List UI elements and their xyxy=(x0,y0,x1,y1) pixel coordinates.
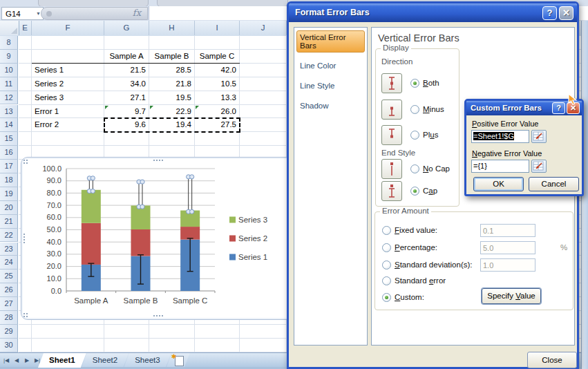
dialog-title-bar[interactable]: Format Error Bars ? ✕ xyxy=(289,3,577,22)
negative-error-value-input[interactable]: ={1} xyxy=(471,160,529,173)
collapse-range-icon[interactable] xyxy=(531,160,547,173)
sheet-tab-sheet3[interactable]: Sheet3 xyxy=(124,353,171,368)
row-header-26[interactable]: 26 xyxy=(0,283,18,297)
sheet-tab-sheet1[interactable]: Sheet1 xyxy=(38,353,86,368)
cell-F12[interactable]: Series 3 xyxy=(32,91,103,105)
name-box-dropdown-icon[interactable]: ▼ xyxy=(36,11,41,16)
row-header-15[interactable]: 15 xyxy=(0,132,18,146)
custom-radio[interactable] xyxy=(382,293,391,302)
row-header-12[interactable]: 12 xyxy=(0,91,18,105)
standard-deviation-label[interactable]: Standard deviation(s): xyxy=(395,261,473,269)
end-style-no-cap-radio[interactable] xyxy=(410,164,419,173)
positive-error-value-input[interactable]: =Sheet1!$G xyxy=(471,130,529,143)
column-header-I[interactable]: I xyxy=(195,21,240,35)
fixed-value-label[interactable]: Fixed value: xyxy=(395,226,437,234)
row-header-25[interactable]: 25 xyxy=(0,269,18,283)
row-header-16[interactable]: 16 xyxy=(0,146,18,160)
row-header-21[interactable]: 21 xyxy=(0,215,18,229)
error-bar-both-icon[interactable] xyxy=(381,73,402,93)
close-icon[interactable]: ✕ xyxy=(559,6,573,20)
column-header-G[interactable]: G xyxy=(104,21,149,35)
row-header-11[interactable]: 11 xyxy=(0,77,18,91)
legend-key-series-3[interactable] xyxy=(229,217,236,223)
cell-I10[interactable]: 42.0 xyxy=(196,64,238,77)
row-header-10[interactable]: 10 xyxy=(0,64,18,77)
help-button[interactable]: ? xyxy=(552,102,565,114)
selected-range-marquee[interactable] xyxy=(104,117,240,133)
error-bar-no-cap-icon[interactable] xyxy=(381,159,402,179)
cell-G11[interactable]: 34.0 xyxy=(105,77,148,91)
nav-item-shadow[interactable]: Shadow xyxy=(296,99,365,113)
chart-object[interactable]: 0.010.020.030.040.050.060.070.080.090.01… xyxy=(21,157,295,320)
row-header-24[interactable]: 24 xyxy=(0,256,18,269)
ok-button[interactable]: OK xyxy=(473,177,524,191)
row-header-28[interactable]: 28 xyxy=(0,311,18,325)
chart-selection-handle[interactable] xyxy=(23,233,26,244)
bar-segment-series-2[interactable] xyxy=(131,229,151,256)
cell-I9[interactable]: Sample C xyxy=(196,50,238,64)
cell-H12[interactable]: 19.5 xyxy=(150,91,193,105)
row-header-29[interactable]: 29 xyxy=(0,325,18,339)
cell-G9[interactable]: Sample A xyxy=(105,50,148,64)
chart-selection-handle[interactable] xyxy=(23,312,28,318)
nav-item-line-color[interactable]: Line Color xyxy=(296,59,365,73)
error-bar-selection-handle[interactable] xyxy=(140,205,144,209)
standard-error-radio[interactable] xyxy=(382,276,391,285)
percentage-radio[interactable] xyxy=(382,243,391,252)
cell-H11[interactable]: 21.8 xyxy=(150,77,193,91)
cell-F11[interactable]: Series 2 xyxy=(32,77,103,91)
row-header-9[interactable]: 9 xyxy=(0,50,18,64)
help-button[interactable]: ? xyxy=(542,6,557,20)
tab-nav-prev-icon[interactable]: ◀ xyxy=(12,355,21,363)
row-header-8[interactable]: 8 xyxy=(0,36,18,50)
cell-G13[interactable]: 9.7 xyxy=(105,105,148,119)
row-header-23[interactable]: 23 xyxy=(0,243,18,256)
row-header-14[interactable]: 14 xyxy=(0,118,18,132)
column-header-F[interactable]: F xyxy=(32,21,104,35)
error-bar-selection-handle[interactable] xyxy=(140,180,144,184)
name-box[interactable]: G14 ▼ xyxy=(1,7,44,20)
cell-F13[interactable]: Error 1 xyxy=(32,105,103,119)
custom-label[interactable]: Custom: xyxy=(395,293,424,301)
row-header-13[interactable]: 13 xyxy=(0,105,18,119)
standard-deviation-radio[interactable] xyxy=(382,261,391,269)
row-header-19[interactable]: 19 xyxy=(0,187,18,201)
chart-selection-handle[interactable] xyxy=(153,159,164,162)
error-bar-minus-icon[interactable] xyxy=(381,100,402,120)
row-header-22[interactable]: 22 xyxy=(0,229,18,243)
row-header-20[interactable]: 20 xyxy=(0,201,18,215)
direction-minus-radio[interactable] xyxy=(410,105,419,114)
tab-nav-first-icon[interactable]: |◀ xyxy=(2,355,10,363)
end-style-cap-radio[interactable] xyxy=(410,187,419,196)
cell-F10[interactable]: Series 1 xyxy=(32,64,103,77)
row-header-27[interactable]: 27 xyxy=(0,297,18,311)
cell-I11[interactable]: 10.5 xyxy=(196,77,238,91)
bar-segment-series-2[interactable] xyxy=(180,227,200,240)
error-bar-plus-icon[interactable] xyxy=(381,125,402,145)
fixed-value-radio[interactable] xyxy=(382,226,391,235)
tab-nav-next-icon[interactable]: ▶ xyxy=(23,355,31,363)
row-header-17[interactable]: 17 xyxy=(0,160,18,173)
cancel-button[interactable]: Cancel xyxy=(529,177,579,191)
cell-H10[interactable]: 28.5 xyxy=(150,64,193,77)
end-style-no-cap-label[interactable]: No Cap xyxy=(423,164,450,173)
select-all-corner[interactable] xyxy=(0,21,19,35)
cell-H9[interactable]: Sample B xyxy=(150,50,193,64)
insert-function-icon[interactable]: fx xyxy=(133,8,141,18)
cell-H13[interactable]: 22.9 xyxy=(150,105,193,119)
percentage-label[interactable]: Percentage: xyxy=(395,243,437,252)
direction-plus-radio[interactable] xyxy=(410,131,419,140)
direction-both-radio[interactable] xyxy=(410,79,419,88)
end-style-cap-label[interactable]: Cap xyxy=(423,187,437,195)
row-header-18[interactable]: 18 xyxy=(0,173,18,187)
dialog-title-bar[interactable]: Custom Error Bars ? ✕ xyxy=(466,101,582,115)
cell-I13[interactable]: 26.0 xyxy=(196,105,238,119)
collapse-range-icon[interactable] xyxy=(531,130,547,143)
legend-key-series-2[interactable] xyxy=(229,236,236,242)
close-button[interactable]: Close xyxy=(527,352,577,368)
cell-G10[interactable]: 21.5 xyxy=(105,64,148,77)
cell-G12[interactable]: 27.1 xyxy=(105,91,148,105)
chart-selection-handle[interactable] xyxy=(153,314,164,318)
column-header-E[interactable]: E xyxy=(19,21,32,35)
error-bar-selection-handle[interactable] xyxy=(91,176,95,180)
